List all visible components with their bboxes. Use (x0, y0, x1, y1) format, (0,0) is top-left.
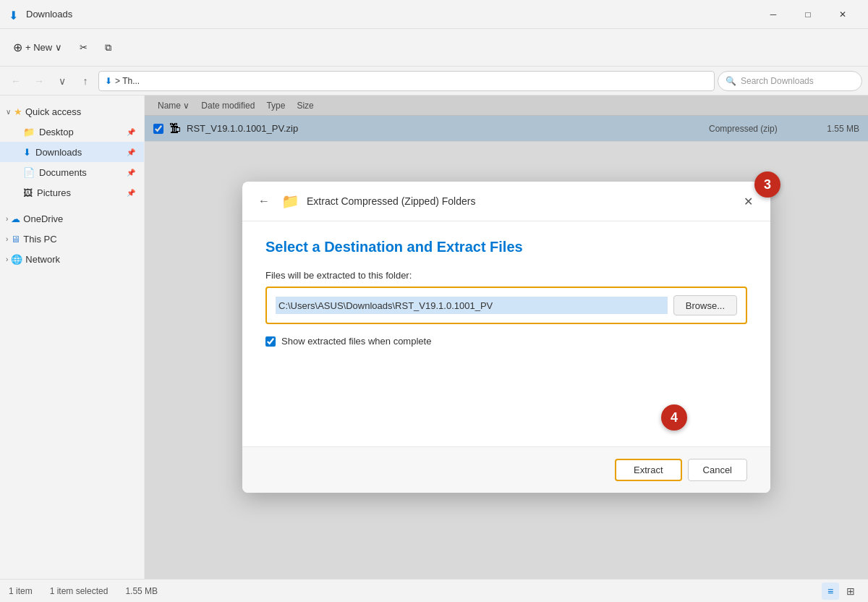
window-icon: ⬇ (9, 9, 20, 20)
onedrive-icon: ☁ (11, 213, 20, 224)
dialog-footer: Extract Cancel (242, 446, 770, 493)
back-button[interactable]: ← (6, 71, 26, 91)
network-label: Network (25, 254, 60, 265)
new-icon: ⊕ (13, 41, 22, 54)
browse-button[interactable]: Browse... (673, 295, 737, 315)
copy-icon: ⧉ (105, 42, 111, 54)
content-area: Name ∨ Date modified Type Size 🗜 RST_V19… (145, 96, 868, 579)
sidebar: ∨ ★ Quick access 📁 Desktop 📌 ⬇ Downloads… (0, 96, 145, 579)
quick-access-icon: ★ (14, 106, 22, 117)
title-bar: ⬇ Downloads ─ □ ✕ (0, 0, 868, 29)
sidebar-group-network[interactable]: › 🌐 Network (0, 249, 144, 269)
pin-icon: 📌 (127, 169, 135, 177)
cancel-button[interactable]: Cancel (688, 459, 747, 481)
status-bar: 1 item 1 item selected 1.55 MB ≡ ⊞ (0, 579, 868, 602)
forward-button[interactable]: → (29, 71, 49, 91)
search-icon: 🔍 (726, 76, 736, 86)
new-label: + New (25, 42, 52, 53)
selected-count: 1 item selected (50, 586, 109, 596)
step-4-badge: 4 (661, 404, 687, 431)
dialog-body: Select a Destination and Extract Files F… (242, 221, 770, 446)
chevron-right-icon: › (6, 215, 8, 223)
onedrive-label: OneDrive (23, 213, 63, 224)
up-button[interactable]: ↑ (75, 71, 95, 91)
main-layout: ∨ ★ Quick access 📁 Desktop 📌 ⬇ Downloads… (0, 96, 868, 579)
dialog-title-bar: ← 📁 Extract Compressed (Zipped) Folders … (242, 182, 770, 221)
sidebar-item-pictures[interactable]: 🖼 Pictures 📌 (0, 182, 144, 203)
this-pc-label: This PC (23, 234, 56, 245)
item-count: 1 item (9, 586, 33, 596)
address-path: > Th... (115, 76, 140, 86)
folder-path-input[interactable] (276, 297, 668, 314)
pc-icon: 🖥 (11, 234, 20, 245)
chevron-down-icon: ∨ (6, 108, 11, 116)
show-files-checkbox[interactable] (265, 336, 276, 347)
new-chevron: ∨ (55, 42, 62, 53)
extract-dialog: 3 ← 📁 Extract Compressed (Zipped) Folder… (242, 182, 770, 493)
view-controls: ≡ ⊞ (822, 582, 859, 600)
sidebar-item-label: Pictures (37, 187, 71, 198)
folder-path-container: Browse... (265, 287, 747, 324)
address-bar[interactable]: ⬇ > Th... (98, 71, 715, 91)
pin-icon: 📌 (127, 148, 135, 156)
sidebar-group-this-pc[interactable]: › 🖥 This PC (0, 229, 144, 249)
copy-button[interactable]: ⧉ (98, 35, 119, 61)
maximize-button[interactable]: □ (791, 3, 825, 26)
dialog-back-button[interactable]: ← (254, 193, 274, 209)
download-icon: ⬇ (23, 147, 31, 158)
sidebar-item-label: Desktop (39, 127, 74, 137)
folder-path-label: Files will be extracted to this folder: (265, 270, 747, 281)
pin-icon: 📌 (127, 128, 135, 136)
sidebar-item-label: Downloads (35, 147, 82, 158)
chevron-right-icon: › (6, 255, 8, 263)
minimize-button[interactable]: ─ (757, 3, 790, 26)
dialog-title-text: Extract Compressed (Zipped) Folders (307, 195, 475, 207)
sidebar-item-desktop[interactable]: 📁 Desktop 📌 (0, 122, 144, 142)
sidebar-group-onedrive[interactable]: › ☁ OneDrive (0, 208, 144, 229)
network-icon: 🌐 (11, 254, 22, 265)
dialog-heading: Select a Destination and Extract Files (265, 239, 747, 255)
nav-dropdown-button[interactable]: ∨ (52, 71, 72, 91)
cut-icon: ✂ (80, 42, 88, 53)
sidebar-item-downloads[interactable]: ⬇ Downloads 📌 (0, 142, 144, 162)
folder-icon: 📁 (23, 127, 35, 137)
extract-button[interactable]: Extract (615, 459, 681, 481)
pictures-icon: 🖼 (23, 187, 33, 198)
pin-icon: 📌 (127, 189, 135, 197)
sidebar-group-quick-access[interactable]: ∨ ★ Quick access (0, 101, 144, 122)
window-close-button[interactable]: ✕ (826, 3, 859, 26)
sidebar-item-documents[interactable]: 📄 Documents 📌 (0, 162, 144, 182)
search-placeholder: Search Downloads (741, 76, 814, 86)
window-title: Downloads (26, 9, 757, 20)
details-view-button[interactable]: ≡ (822, 582, 839, 600)
checkbox-label: Show extracted files when complete (281, 336, 431, 347)
file-size: 1.55 MB (125, 586, 158, 596)
chevron-right-icon: › (6, 235, 8, 243)
cut-button[interactable]: ✂ (72, 35, 95, 61)
download-icon: ⬇ (105, 76, 112, 86)
toolbar: ⊕ + New ∨ ✂ ⧉ (0, 29, 868, 67)
quick-access-label: Quick access (25, 106, 81, 117)
search-bar[interactable]: 🔍 Search Downloads (718, 71, 862, 91)
new-button[interactable]: ⊕ + New ∨ (6, 35, 69, 61)
nav-bar: ← → ∨ ↑ ⬇ > Th... 🔍 Search Downloads (0, 67, 868, 96)
dialog-overlay: 3 ← 📁 Extract Compressed (Zipped) Folder… (145, 96, 868, 579)
window-controls: ─ □ ✕ (757, 3, 859, 26)
step-3-badge: 3 (754, 171, 780, 198)
checkbox-row: Show extracted files when complete (265, 336, 747, 347)
folder-icon: 📄 (23, 167, 35, 178)
sidebar-item-label: Documents (39, 167, 87, 178)
dialog-close-button[interactable]: ✕ (737, 190, 759, 212)
tiles-view-button[interactable]: ⊞ (842, 582, 859, 600)
dialog-folder-icon: 📁 (281, 192, 299, 210)
